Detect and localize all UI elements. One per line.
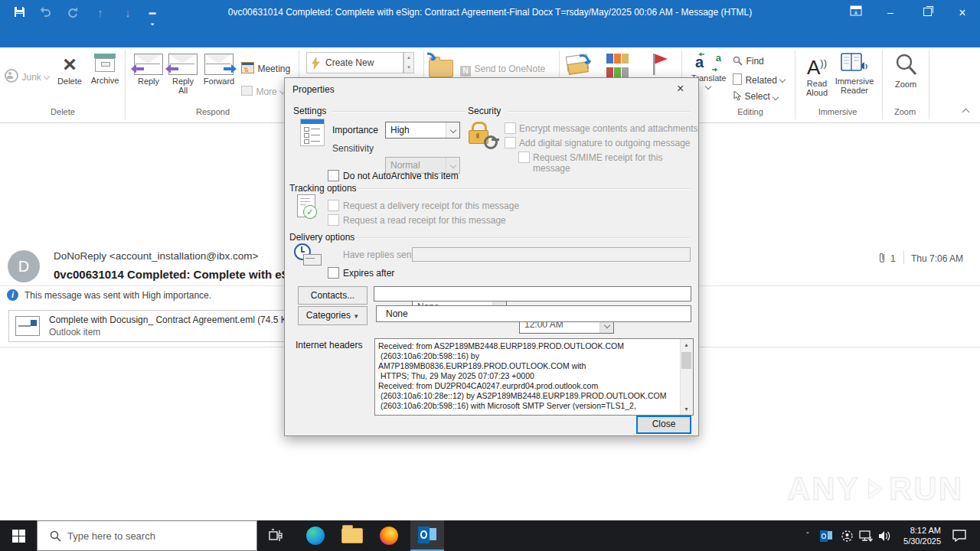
close-window-button[interactable]: × — [945, 0, 980, 25]
start-button[interactable] — [0, 520, 37, 551]
junk-button[interactable]: Junk — [5, 69, 49, 83]
archive-icon — [94, 54, 116, 73]
window-title: 0vc00631014 Completed: Complete with eSi… — [0, 7, 980, 18]
zoom-button[interactable]: Zoom — [888, 52, 923, 89]
autoarchive-checkbox[interactable] — [328, 170, 339, 184]
move-button[interactable] — [429, 54, 453, 77]
ribbon-tab-row: File Message Developer Help Tell me what… — [0, 25, 980, 47]
autoarchive-label: Do not AutoArchive this item — [343, 171, 459, 181]
send-to-onenote-button[interactable]: N Send to OneNote — [460, 61, 545, 77]
delete-group-label: Delete — [38, 107, 87, 116]
sender-address[interactable]: DoNoReply <account_installation@ibx.com> — [54, 250, 258, 262]
quick-step-create-new[interactable]: Create New — [306, 52, 403, 73]
divider — [903, 251, 904, 264]
dialog-close-icon[interactable]: × — [677, 82, 684, 96]
select-cursor-icon — [733, 90, 741, 101]
tracking-group-label: Tracking options — [289, 183, 357, 194]
expires-checkbox[interactable] — [328, 267, 339, 281]
move-arrow-icon — [426, 52, 438, 64]
read-receipt-label: Request a read receipt for this message — [343, 215, 506, 226]
headers-scrollbar[interactable]: ▲ ▼ — [680, 339, 693, 415]
forward-envelope-icon — [204, 54, 234, 75]
settings-page-icon — [300, 119, 325, 146]
tray-clock[interactable]: 8:12 AM 5/30/2025 — [892, 525, 941, 546]
read-aloud-icon: A)) — [800, 52, 834, 79]
scroll-thumb[interactable] — [681, 352, 691, 369]
delete-button[interactable]: × Delete — [55, 52, 84, 86]
file-explorer-icon[interactable] — [337, 520, 368, 551]
tray-expand-chevron[interactable]: ˆ — [801, 520, 815, 551]
tracking-receipt-icon: ✓ — [296, 194, 323, 225]
quick-steps-scroll[interactable]: ▲▼ — [403, 52, 414, 73]
taskbar-search[interactable]: Type here to search — [37, 520, 257, 551]
select-button[interactable]: Select — [733, 90, 778, 104]
smime-checkbox — [518, 152, 530, 165]
delete-x-icon: × — [55, 52, 84, 77]
dialog-close-button[interactable]: Close — [636, 416, 691, 434]
avatar[interactable]: D — [8, 250, 40, 282]
anyrun-watermark: ANY RUN — [787, 462, 963, 516]
tray-network-icon[interactable] — [856, 520, 876, 551]
more-respond-button[interactable]: More — [241, 84, 285, 98]
encrypt-label: Encrypt message contents and attachments — [519, 123, 697, 134]
immersive-reader-icon — [840, 52, 869, 73]
ribbon-display-options-icon[interactable] — [838, 0, 874, 25]
contacts-button[interactable]: Contacts... — [298, 286, 368, 305]
reply-button[interactable]: Reply — [133, 52, 164, 86]
more-icon — [241, 86, 253, 96]
received-time: Thu 7:06 AM — [911, 253, 963, 264]
restore-button[interactable] — [910, 0, 945, 25]
forward-button[interactable]: Forward — [202, 52, 236, 86]
minimize-button[interactable]: – — [873, 0, 908, 25]
immersive-reader-button[interactable]: ImmersiveReader — [835, 52, 874, 95]
ribbon-separator — [125, 51, 126, 119]
mark-unread-button[interactable] — [565, 52, 596, 77]
info-bar-text: This message was sent with High importan… — [24, 290, 211, 301]
read-aloud-button[interactable]: A)) ReadAloud — [800, 52, 834, 97]
categories-button[interactable]: Categories ▼ — [298, 306, 368, 325]
sign-label: Add digital signature to outgoing messag… — [519, 138, 690, 148]
scroll-up-icon[interactable]: ▲ — [681, 339, 692, 350]
onenote-icon: N — [460, 66, 471, 77]
tray-meet-now-icon[interactable] — [838, 520, 856, 551]
scroll-down-icon[interactable]: ▼ — [681, 403, 692, 415]
related-doc-icon — [733, 73, 742, 85]
internet-headers-text: Received: from AS2P189MB2448.EURP189.PRO… — [378, 341, 679, 411]
find-button[interactable]: Find — [733, 55, 764, 69]
internet-headers-label: Internet headers — [296, 340, 362, 350]
ribbon-separator — [929, 51, 929, 119]
ribbon-separator — [795, 51, 795, 119]
archive-button[interactable]: Archive — [87, 52, 122, 85]
categories-value: None — [386, 308, 408, 319]
security-lock-icon — [469, 120, 499, 149]
firefox-icon[interactable] — [374, 520, 404, 551]
tray-time: 8:12 AM — [892, 525, 941, 536]
attachment-type: Outlook item — [49, 327, 100, 337]
meeting-button[interactable]: ⇅ Meeting — [241, 61, 290, 75]
tray-outlook-icon[interactable] — [818, 520, 835, 551]
zoom-magnifier-icon — [893, 52, 918, 77]
collapse-ribbon-icon[interactable] — [963, 106, 969, 119]
translate-icon: a a — [695, 52, 721, 73]
group-line — [355, 237, 691, 238]
related-button[interactable]: Related — [733, 73, 785, 86]
action-center-icon[interactable] — [946, 520, 972, 551]
internet-headers-box[interactable]: Received: from AS2P189MB2448.EURP189.PRO… — [374, 338, 694, 416]
categories-value-box[interactable]: None — [376, 305, 691, 322]
paperclip-icon — [877, 252, 887, 267]
smime-label: Request S/MIME receipt for this message — [533, 152, 698, 174]
outlook-taskbar-button[interactable] — [410, 520, 444, 551]
attachment-count: 1 — [890, 253, 896, 264]
categories-dropdown-icon: ▼ — [353, 313, 359, 320]
search-icon — [50, 530, 61, 542]
taskbar: Type here to search ˆ 8:12 AM 5/30/2025 — [0, 520, 980, 551]
edge-icon[interactable] — [300, 520, 331, 551]
group-line — [332, 111, 466, 112]
meeting-icon: ⇅ — [241, 62, 254, 73]
task-view-button[interactable] — [263, 520, 288, 551]
importance-dropdown[interactable]: High — [385, 122, 460, 139]
reply-all-envelope-icon — [168, 54, 198, 75]
follow-up-flag-button[interactable] — [649, 52, 672, 80]
contacts-input[interactable] — [374, 286, 691, 302]
reply-all-button[interactable]: ReplyAll — [168, 52, 198, 95]
